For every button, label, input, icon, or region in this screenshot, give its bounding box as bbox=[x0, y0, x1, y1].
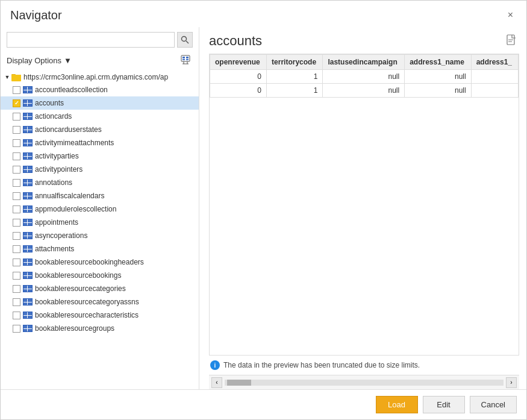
tree-item-actioncards[interactable]: actioncards bbox=[1, 110, 199, 123]
tree-item-bookableresourcegroups[interactable]: bookableresourcegroups bbox=[1, 322, 199, 335]
tree-item-label-bookableresourcegroups: bookableresourcegroups bbox=[35, 324, 114, 333]
search-button[interactable] bbox=[177, 32, 193, 48]
table-icon-activitymimeattachments bbox=[23, 139, 33, 146]
table-icon-bookableresourcecharacteristics bbox=[23, 312, 33, 319]
table-icon-annotations bbox=[23, 179, 33, 186]
checkbox-actioncarduserstates[interactable] bbox=[13, 126, 20, 134]
table-icon-appmodulerolescollection bbox=[23, 205, 33, 213]
tree-item-bookableresourcebookings[interactable]: bookableresourcebookings bbox=[1, 269, 199, 282]
table-cell-r0-c0: 0 bbox=[210, 70, 267, 84]
checkbox-accounts[interactable] bbox=[13, 99, 20, 107]
col-header-address1_name: address1_name bbox=[405, 55, 471, 70]
table-icon-activityparties bbox=[23, 152, 33, 160]
table-icon-activitypointers bbox=[23, 166, 33, 173]
load-button[interactable]: Load bbox=[376, 396, 418, 413]
table-cell-r1-c2: null bbox=[323, 84, 405, 98]
checkbox-bookableresourcecharacteristics[interactable] bbox=[13, 312, 20, 319]
scroll-right-button[interactable]: › bbox=[506, 377, 517, 388]
checkbox-bookableresourcecategoryassns[interactable] bbox=[13, 298, 20, 306]
tree-item-label-bookableresourcecharacteristics: bookableresourcecharacteristics bbox=[35, 311, 139, 319]
close-button[interactable]: × bbox=[504, 8, 517, 22]
col-header-lastusedincampaign: lastusedincampaign bbox=[323, 55, 405, 70]
tree-item-bookableresourcecharacteristics[interactable]: bookableresourcecharacteristics bbox=[1, 309, 199, 322]
table-cell-r1-c1: 1 bbox=[267, 84, 323, 98]
checkbox-annualfiscalcalendars[interactable] bbox=[13, 192, 20, 200]
checkbox-bookableresourcecategories[interactable] bbox=[13, 285, 20, 293]
tree-item-label-actioncards: actioncards bbox=[35, 112, 72, 121]
table-cell-r0-c2: null bbox=[323, 70, 405, 84]
tree-item-appointments[interactable]: appointments bbox=[1, 216, 199, 229]
display-options-button[interactable]: Display Options ▼ bbox=[7, 56, 72, 65]
col-header-address1_: address1_ bbox=[471, 55, 518, 70]
tree-item-label-bookableresourcebookingheaders: bookableresourcebookingheaders bbox=[35, 258, 144, 266]
tree-items-container: accountleadscollectionaccountsactioncard… bbox=[1, 83, 199, 335]
table-icon-bookableresourcebookingheaders bbox=[23, 259, 33, 266]
tree-root-item[interactable]: ▼ https://crmc3online.api.crm.dynamics.c… bbox=[1, 71, 199, 83]
tree-item-appmodulerolescollection[interactable]: appmodulerolescollection bbox=[1, 202, 199, 216]
checkbox-appmodulerolescollection[interactable] bbox=[13, 205, 20, 213]
search-input[interactable] bbox=[7, 32, 175, 48]
checkbox-actioncards[interactable] bbox=[13, 113, 20, 121]
checkbox-asyncoperations[interactable] bbox=[13, 232, 20, 240]
cancel-button[interactable]: Cancel bbox=[470, 396, 517, 413]
tree-item-activitymimeattachments[interactable]: activitymimeattachments bbox=[1, 136, 199, 149]
tree-item-accounts[interactable]: accounts bbox=[1, 96, 199, 110]
refresh-button[interactable] bbox=[178, 54, 193, 67]
checkbox-annotations[interactable] bbox=[13, 179, 20, 187]
tree-root-label: https://crmc3online.api.crm.dynamics.com… bbox=[23, 73, 168, 81]
tree-item-bookableresourcecategoryassns[interactable]: bookableresourcecategoryassns bbox=[1, 295, 199, 309]
table-icon-appointments bbox=[23, 219, 33, 226]
toolbar-row: Display Options ▼ bbox=[1, 52, 199, 71]
checkbox-appointments[interactable] bbox=[13, 219, 20, 227]
tree-item-asyncoperations[interactable]: asyncoperations bbox=[1, 229, 199, 242]
table-icon-bookableresourcecategories bbox=[23, 285, 33, 292]
tree-item-label-annotations: annotations bbox=[35, 178, 72, 187]
svg-point-0 bbox=[182, 37, 187, 42]
checkbox-attachments[interactable] bbox=[13, 245, 20, 253]
checkbox-bookableresourcebookingheaders[interactable] bbox=[13, 259, 20, 266]
tree-item-label-bookableresourcecategories: bookableresourcecategories bbox=[35, 284, 126, 293]
scroll-left-button[interactable]: ‹ bbox=[211, 377, 222, 388]
info-message: i The data in the preview has been trunc… bbox=[209, 356, 519, 375]
tree-item-bookableresourcecategories[interactable]: bookableresourcecategories bbox=[1, 282, 199, 295]
svg-rect-3 bbox=[182, 57, 185, 58]
tree-item-actioncarduserstates[interactable]: actioncarduserstates bbox=[1, 123, 199, 136]
table-body: 01nullnull01nullnull bbox=[210, 70, 519, 98]
tree-item-label-activitypointers: activitypointers bbox=[35, 165, 83, 174]
tree-area: ▼ https://crmc3online.api.crm.dynamics.c… bbox=[1, 71, 199, 389]
tree-item-annotations[interactable]: annotations bbox=[1, 176, 199, 189]
tree-item-accountleadscollection[interactable]: accountleadscollection bbox=[1, 83, 199, 96]
checkbox-activityparties[interactable] bbox=[13, 152, 20, 160]
table-cell-r1-c0: 0 bbox=[210, 84, 267, 98]
col-header-openrevenue: openrevenue bbox=[210, 55, 267, 70]
tree-item-label-accounts: accounts bbox=[35, 99, 64, 107]
checkbox-accountleadscollection[interactable] bbox=[13, 86, 20, 94]
svg-rect-5 bbox=[182, 59, 185, 60]
search-icon bbox=[181, 36, 189, 44]
table-cell-r0-c4 bbox=[471, 70, 518, 84]
table-cell-r0-c1: 1 bbox=[267, 70, 323, 84]
checkbox-bookableresourcebookings[interactable] bbox=[13, 272, 20, 280]
checkbox-activitypointers[interactable] bbox=[13, 166, 20, 174]
edit-button[interactable]: Edit bbox=[423, 396, 465, 413]
folder-icon bbox=[11, 73, 21, 81]
tree-item-annualfiscalcalendars[interactable]: annualfiscalcalendars bbox=[1, 189, 199, 202]
tree-item-activitypointers[interactable]: activitypointers bbox=[1, 163, 199, 176]
table-icon-accountleadscollection bbox=[23, 86, 33, 93]
checkbox-bookableresourcegroups[interactable] bbox=[13, 325, 20, 333]
tree-item-label-actioncarduserstates: actioncarduserstates bbox=[35, 125, 102, 134]
tree-item-label-activityparties: activityparties bbox=[35, 152, 79, 160]
preview-export-button[interactable] bbox=[504, 33, 519, 49]
tree-item-bookableresourcebookingheaders[interactable]: bookableresourcebookingheaders bbox=[1, 255, 199, 269]
table-icon-actioncards bbox=[23, 113, 33, 120]
main-content: Display Options ▼ bbox=[1, 27, 526, 389]
tree-item-label-bookableresourcebookings: bookableresourcebookings bbox=[35, 271, 121, 280]
checkbox-activitymimeattachments[interactable] bbox=[13, 139, 20, 147]
preview-header: accounts bbox=[209, 33, 519, 49]
refresh-icon bbox=[181, 55, 190, 64]
tree-item-activityparties[interactable]: activityparties bbox=[1, 149, 199, 163]
dialog-title: Navigator bbox=[10, 8, 62, 22]
tree-item-attachments[interactable]: attachments bbox=[1, 242, 199, 255]
svg-rect-6 bbox=[186, 59, 189, 60]
tree-item-label-attachments: attachments bbox=[35, 245, 74, 253]
